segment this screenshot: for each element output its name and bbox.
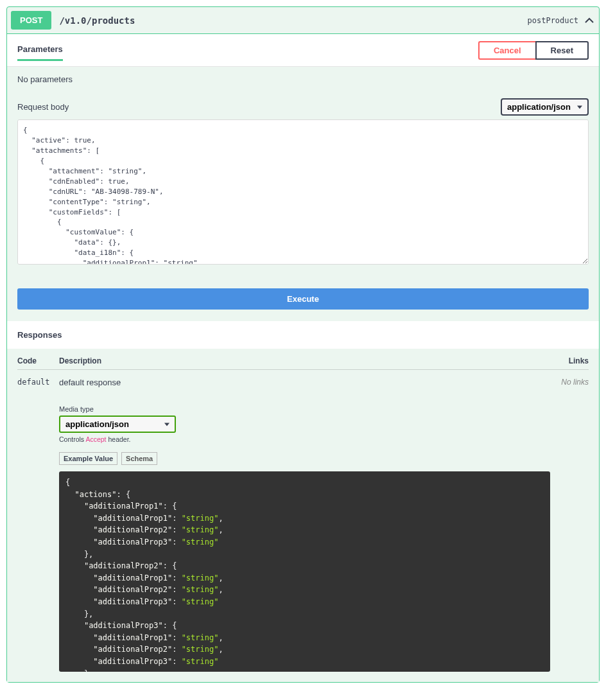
execute-button[interactable]: Execute: [17, 288, 589, 310]
content-type-select[interactable]: application/json: [501, 98, 589, 116]
response-description: default response: [59, 378, 550, 387]
accept-header-note: Controls Accept header.: [59, 435, 550, 443]
chevron-up-icon[interactable]: [584, 17, 595, 24]
parameters-tab[interactable]: Parameters: [17, 39, 63, 61]
no-parameters: No parameters: [7, 67, 599, 92]
col-links: Links: [550, 356, 589, 365]
request-body-label: Request body: [17, 102, 69, 112]
request-body-textarea[interactable]: [17, 119, 589, 265]
opblock-post: POST /v1.0/products postProduct Paramete…: [6, 6, 600, 683]
response-example-code[interactable]: { "actions": { "additionalProp1": { "add…: [59, 471, 550, 672]
tab-schema[interactable]: Schema: [121, 452, 157, 465]
media-type-select[interactable]: application/json: [59, 416, 176, 433]
operation-summary[interactable]: POST /v1.0/products postProduct: [7, 7, 599, 33]
response-code: default: [17, 378, 59, 682]
cancel-button[interactable]: Cancel: [478, 41, 535, 60]
response-links: No links: [550, 378, 589, 682]
operation-id: postProduct: [528, 16, 578, 25]
col-code: Code: [17, 356, 59, 365]
tab-example-value[interactable]: Example Value: [59, 452, 117, 465]
operation-path: /v1.0/products: [59, 15, 135, 26]
parameters-header: Parameters Cancel Reset: [7, 34, 599, 67]
reset-button[interactable]: Reset: [535, 41, 589, 60]
media-type-label: Media type: [59, 405, 550, 413]
responses-heading: Responses: [7, 321, 599, 349]
col-description: Description: [59, 356, 550, 365]
method-badge: POST: [11, 11, 51, 30]
